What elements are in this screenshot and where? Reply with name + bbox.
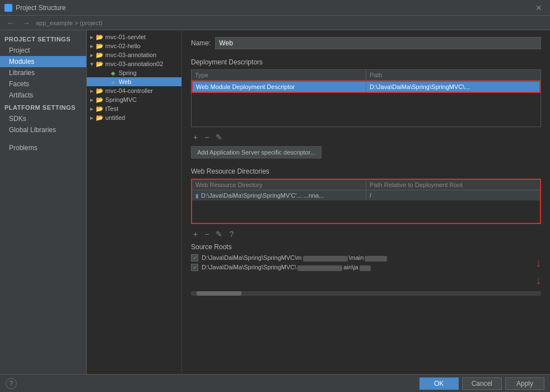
add-wr-btn[interactable]: + [191, 228, 200, 240]
tree-item-label: Web [119, 78, 131, 85]
tree-item-mvc02[interactable]: ► 📂 mvc-02-hello [87, 41, 181, 50]
tree-item-label: mvc-03-annotation [105, 52, 156, 58]
wr-path-cell: / [366, 190, 540, 200]
bottom-right: OK Cancel Apply [420, 377, 544, 390]
tree-item-label: Spring [119, 69, 137, 76]
tree-item-ttest[interactable]: ► 📂 tTest [87, 104, 181, 113]
horizontal-scrollbar[interactable] [191, 291, 541, 296]
source-path-2: D:\Java\DaiMa\Spring\SpringMVC\ ain\ja [202, 264, 372, 270]
type-header: Type [192, 70, 366, 80]
sidebar-item-facets[interactable]: Facets [0, 78, 86, 90]
source-mid-text: \main [349, 254, 364, 261]
wr-dir-cell: ▮ D:\Java\DaiMa\Spring\SpringMV'C'... ..… [192, 190, 366, 200]
source-roots-heading: Source Roots [191, 243, 541, 251]
platform-settings-label: Platform Settings [0, 101, 86, 113]
expand-arrow: ► [89, 43, 96, 49]
tree-item-label: untitled [105, 114, 125, 121]
wr-table-row[interactable]: ▮ D:\Java\DaiMa\Spring\SpringMV'C'... ..… [192, 190, 540, 200]
source-path-text: D:\Java\DaiMa\Spring\SpringMVC\m [202, 254, 302, 261]
sidebar-item-global-libraries[interactable]: Global Libraries [0, 124, 86, 136]
sidebar-item-label: Facets [9, 80, 29, 88]
red-arrows: ↓ ↓ [535, 254, 541, 287]
expand-arrow: ► [89, 115, 96, 121]
sidebar-item-label: Libraries [9, 69, 35, 77]
name-input[interactable] [215, 37, 541, 49]
expand-arrow: ► [89, 97, 96, 103]
blurred-text [303, 256, 348, 262]
title-bar: Project Structure ✕ [0, 0, 550, 16]
tree-item-spring[interactable]: ◆ Spring [87, 68, 181, 77]
folder-icon: 📂 [96, 96, 104, 103]
wr-dir-header: Web Resource Directory [192, 180, 366, 190]
blurred-text2 [365, 256, 387, 262]
project-tree: ► 📂 mvc-01-servlet ► 📂 mvc-02-hello ► 📂 … [87, 30, 182, 374]
tree-item-web[interactable]: ◆ Web [87, 77, 181, 86]
folder-icon: 📂 [96, 87, 104, 94]
remove-descriptor-btn[interactable]: − [202, 132, 211, 143]
web-icon: ◆ [109, 78, 117, 85]
table-empty-area [192, 93, 540, 127]
tree-item-mvc01[interactable]: ► 📂 mvc-01-servlet [87, 32, 181, 41]
source-mid-text2: ain\ja [343, 264, 358, 270]
sidebar-item-artifacts[interactable]: Artifacts [0, 90, 86, 101]
sidebar-item-label: Artifacts [9, 91, 33, 99]
wr-dir-icon: ▮ [195, 193, 199, 199]
source-path-text2: D:\Java\DaiMa\Spring\SpringMVC\ [202, 264, 296, 270]
edit-wr-btn[interactable]: ✎ [213, 228, 225, 240]
deployment-table-header: Type Path [192, 70, 540, 81]
help-button[interactable]: ? [6, 378, 17, 389]
folder-icon: 📂 [96, 52, 104, 58]
source-row-2: ✓ D:\Java\DaiMa\Spring\SpringMVC\ ain\ja [191, 264, 531, 271]
tree-item-mvc03a[interactable]: ▼ 📂 mvc-03-annotation02 [87, 59, 181, 68]
expand-arrow: ► [89, 88, 96, 94]
path-cell: D:\Java\DaiMa\Spring\SpringMVC\... [366, 82, 539, 92]
add-server-button[interactable]: Add Application Server specific descript… [191, 146, 321, 158]
bottom-bar: ? OK Cancel Apply [0, 374, 550, 392]
source-checkbox-1[interactable]: ✓ [191, 254, 198, 262]
tree-item-label: mvc-01-servlet [105, 34, 146, 40]
sidebar-item-sdks[interactable]: SDKs [0, 113, 86, 124]
source-roots-area: ✓ D:\Java\DaiMa\Spring\SpringMVC\m \main… [191, 254, 541, 287]
expand-arrow: ▼ [89, 61, 96, 67]
help-wr-btn[interactable]: ? [227, 228, 236, 240]
dialog-title: Project Structure [16, 4, 66, 12]
source-path-1: D:\Java\DaiMa\Spring\SpringMVC\m \main [202, 254, 388, 261]
deployment-table-row[interactable]: Web Module Deployment Descriptor D:\Java… [192, 81, 540, 93]
deployment-toolbar: + − ✎ [191, 132, 541, 143]
cancel-button[interactable]: Cancel [462, 377, 502, 390]
sidebar-item-modules[interactable]: Modules [0, 56, 86, 67]
ok-button[interactable]: OK [420, 377, 459, 390]
project-settings-label: Project Settings [0, 32, 86, 45]
close-button[interactable]: ✕ [532, 2, 546, 13]
sidebar-item-libraries[interactable]: Libraries [0, 67, 86, 78]
back-button[interactable]: ← [4, 17, 17, 29]
name-row: Name: [191, 37, 541, 49]
source-row-1: ✓ D:\Java\DaiMa\Spring\SpringMVC\m \main [191, 254, 531, 262]
folder-icon: 📂 [96, 60, 104, 67]
breadcrumb: app_example > (project) [36, 20, 102, 26]
tree-item-label: tTest [105, 105, 118, 112]
deployment-table: Type Path Web Module Deployment Descript… [191, 69, 541, 127]
add-descriptor-btn[interactable]: + [191, 132, 200, 143]
tree-item-mvc03[interactable]: ► 📂 mvc-03-annotation [87, 50, 181, 59]
app-icon [4, 4, 12, 12]
tree-item-label: mvc-03-annotation02 [105, 60, 163, 67]
tree-item-mvc04[interactable]: ► 📂 mvc-04-controller [87, 86, 181, 95]
sidebar-item-problems[interactable]: Problems [0, 142, 86, 153]
sidebar-item-project[interactable]: Project [0, 45, 86, 56]
tree-item-untitled[interactable]: ► 📂 untitled [87, 113, 181, 122]
wr-dir-path: D:\Java\DaiMa\Spring\SpringMV'C'... ...n… [201, 192, 324, 199]
tree-item-springmvc[interactable]: ► 📂 SpringMVC [87, 95, 181, 104]
apply-button[interactable]: Apply [505, 377, 544, 390]
main-layout: Project Settings Project Modules Librari… [0, 30, 550, 374]
forward-button[interactable]: → [20, 17, 32, 29]
content-area: Name: Deployment Descriptors Type Path W… [182, 30, 550, 374]
tree-item-label: SpringMVC [105, 96, 137, 103]
source-checkbox-2[interactable]: ✓ [191, 264, 198, 271]
sidebar-item-label: Problems [9, 144, 38, 152]
title-bar-left: Project Structure [4, 4, 66, 12]
scrollbar-thumb [197, 291, 241, 296]
remove-wr-btn[interactable]: − [202, 228, 211, 240]
path-header: Path [366, 70, 540, 80]
edit-descriptor-btn[interactable]: ✎ [213, 132, 225, 143]
